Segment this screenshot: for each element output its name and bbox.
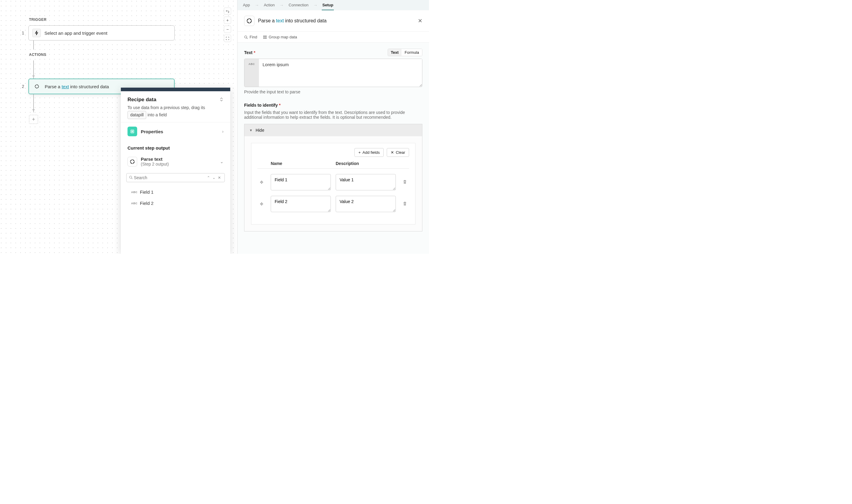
add-fields-button[interactable]: + Add fields <box>355 148 384 157</box>
search-field[interactable]: ⌃ ⌄ ✕ <box>126 173 225 182</box>
field-row: ✥ Field 1 Value 1 <box>257 174 409 191</box>
close-button[interactable]: ✕ <box>418 18 422 24</box>
delete-row-button[interactable] <box>401 180 409 185</box>
parse-text-label: Parse text <box>141 157 216 162</box>
chevron-right-icon: › <box>222 129 223 134</box>
search-prev-icon[interactable]: ⌃ <box>206 176 211 180</box>
field-name-input[interactable]: Field 2 <box>271 196 331 212</box>
properties-item[interactable]: Properties › <box>121 122 230 141</box>
properties-label: Properties <box>141 129 218 134</box>
current-step-output-heading: Current step output <box>121 141 230 152</box>
step-text: Parse a text into structured data <box>45 84 109 89</box>
svg-point-4 <box>247 19 252 23</box>
parse-text-sub: (Step 2 output) <box>141 162 216 166</box>
find-button[interactable]: Find <box>244 35 257 39</box>
field-name: Field 1 <box>140 190 153 195</box>
breadcrumb-tabs: App → Action → Connection → Setup <box>237 0 429 10</box>
svg-rect-7 <box>266 36 267 37</box>
actions-section-label: ACTIONS <box>29 53 237 57</box>
chevron-right-icon: → <box>255 3 259 7</box>
openai-icon <box>244 16 254 26</box>
output-field-item[interactable]: ABC Field 2 <box>127 198 223 209</box>
text-type-gutter: ABC <box>244 59 259 87</box>
step-text: Select an app and trigger event <box>44 31 107 36</box>
trigger-section-label: TRIGGER <box>29 18 237 22</box>
tab-app[interactable]: App <box>242 0 251 10</box>
column-description-header: Description <box>336 161 396 166</box>
properties-icon <box>127 127 137 136</box>
caret-down-icon: ▼ <box>249 128 253 132</box>
svg-point-3 <box>130 176 132 179</box>
step-number: 1 <box>18 31 24 35</box>
text-field-label: Text * <box>244 50 255 55</box>
search-input[interactable] <box>133 175 206 181</box>
connector-arrow <box>33 94 34 112</box>
hide-toggle[interactable]: ▼ Hide <box>244 124 422 136</box>
svg-rect-8 <box>264 37 265 38</box>
collapse-icon[interactable] <box>219 97 223 103</box>
panel-header: Parse a text into structured data ✕ <box>237 10 429 32</box>
type-badge: ABC <box>131 191 138 194</box>
field-description-input[interactable]: Value 2 <box>336 196 396 212</box>
delete-row-button[interactable] <box>401 201 409 207</box>
search-icon <box>129 175 133 180</box>
connector-arrow <box>33 60 34 78</box>
search-next-icon[interactable]: ⌄ <box>211 176 217 180</box>
text-input[interactable]: Lorem ipsum <box>259 59 422 87</box>
tab-setup[interactable]: Setup <box>322 0 334 10</box>
output-field-item[interactable]: ABC Field 1 <box>127 186 223 198</box>
svg-point-0 <box>35 85 39 88</box>
chevron-right-icon: → <box>279 3 284 7</box>
svg-point-2 <box>130 160 134 164</box>
panel-drag-bar[interactable] <box>121 88 230 91</box>
recipe-data-title: Recipe data <box>127 97 156 103</box>
clear-button[interactable]: ✕ Clear <box>387 148 409 157</box>
plus-icon: + <box>358 150 361 155</box>
field-row: ✥ Field 2 Value 2 <box>257 196 409 212</box>
recipe-data-panel: Recipe data To use data from a previous … <box>121 88 230 254</box>
column-name-header: Name <box>271 161 331 166</box>
close-icon: ✕ <box>391 150 394 155</box>
search-clear-icon[interactable]: ✕ <box>217 176 222 180</box>
chevron-down-icon: ⌄ <box>220 159 223 164</box>
fields-to-identify-label: Fields to identify * <box>244 103 422 108</box>
group-map-data-button[interactable]: Group map data <box>263 35 297 39</box>
chevron-right-icon: → <box>313 3 318 7</box>
workflow-canvas: + − TRIGGER 1 Select an app and trigger … <box>0 0 237 254</box>
recipe-data-description: To use data from a previous step, drag i… <box>127 105 223 119</box>
panel-title: Parse a text into structured data <box>258 18 414 23</box>
undo-button[interactable] <box>224 7 231 15</box>
setup-panel: App → Action → Connection → Setup Parse … <box>237 0 429 254</box>
mode-formula-button[interactable]: Formula <box>401 49 422 56</box>
trigger-step-card[interactable]: Select an app and trigger event <box>29 25 175 40</box>
openai-icon <box>127 157 137 166</box>
drag-handle-icon[interactable]: ✥ <box>257 201 266 206</box>
tab-connection[interactable]: Connection <box>288 0 309 10</box>
step-number: 2 <box>18 84 24 89</box>
bolt-icon <box>32 29 41 37</box>
panel-toolbar: Find Group map data <box>237 32 429 42</box>
field-description-input[interactable]: Value 1 <box>336 174 396 191</box>
svg-rect-9 <box>266 37 267 38</box>
svg-point-5 <box>245 36 247 38</box>
datapill-badge: datapill <box>127 111 146 119</box>
svg-rect-6 <box>264 36 265 37</box>
connector-line <box>33 40 34 50</box>
openai-icon <box>33 82 41 91</box>
tab-action[interactable]: Action <box>263 0 275 10</box>
mode-toggle: Text Formula <box>388 49 422 56</box>
parse-text-output-item[interactable]: Parse text (Step 2 output) ⌄ <box>121 152 230 171</box>
field-name-input[interactable]: Field 1 <box>271 174 331 191</box>
add-step-button[interactable]: + <box>29 115 38 124</box>
drag-handle-icon[interactable]: ✥ <box>257 180 266 185</box>
text-helper: Provide the input text to parse <box>244 89 422 94</box>
field-name: Field 2 <box>140 201 153 206</box>
fields-description: Input the fields that you want to identi… <box>244 110 422 120</box>
type-badge: ABC <box>131 202 138 205</box>
mode-text-button[interactable]: Text <box>388 49 402 56</box>
